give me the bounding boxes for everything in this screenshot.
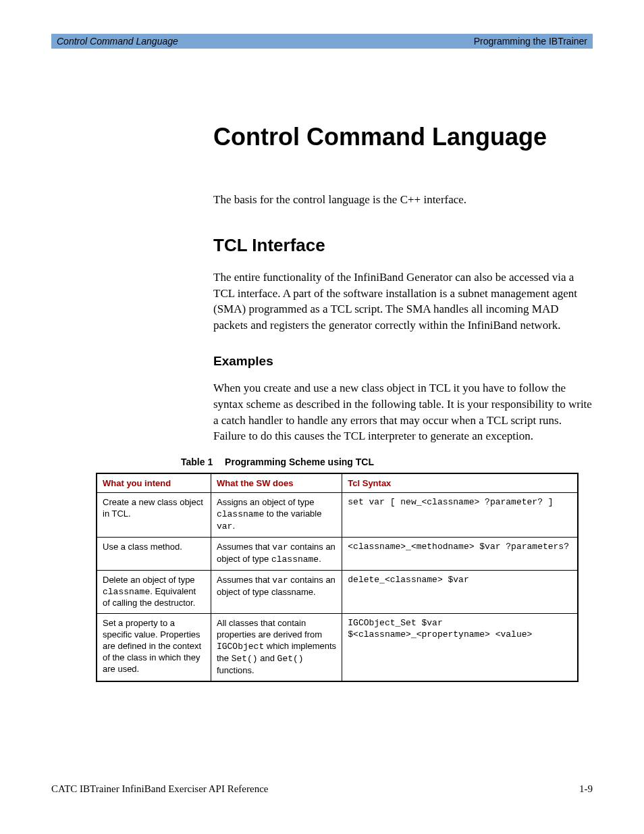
subsection-paragraph-examples: When you create and use a new class obje…	[51, 380, 593, 444]
table-header-cell: What you intend	[97, 473, 211, 493]
table-row: Set a property to a specific value. Prop…	[97, 614, 578, 681]
table-row: Use a class method. Assumes that var con…	[97, 537, 578, 570]
table-label: Table 1	[181, 457, 213, 467]
page-header-bar: Control Command Language Programming the…	[51, 34, 593, 49]
table-row: Create a new class object in TCL. Assign…	[97, 493, 578, 538]
page-title: Control Command Language	[51, 123, 593, 151]
footer-left: CATC IBTrainer InfiniBand Exerciser API …	[51, 783, 268, 795]
document-page: Control Command Language Programming the…	[0, 0, 644, 829]
table-cell-syntax: delete_<classname> $var	[342, 570, 578, 614]
intro-paragraph: The basis for the control language is th…	[51, 192, 593, 208]
table-caption: Table 1 Programming Scheme using TCL	[51, 457, 593, 467]
table-cell: Use a class method.	[97, 537, 211, 570]
page-footer: CATC IBTrainer InfiniBand Exerciser API …	[51, 783, 593, 795]
header-left: Control Command Language	[57, 36, 178, 47]
subsection-heading-examples: Examples	[51, 354, 593, 369]
table-cell: Delete an object of type classname. Equi…	[97, 570, 211, 614]
table-body: Create a new class object in TCL. Assign…	[97, 493, 578, 681]
footer-right: 1-9	[579, 783, 593, 795]
table-row: Delete an object of type classname. Equi…	[97, 570, 578, 614]
table-cell: Create a new class object in TCL.	[97, 493, 211, 538]
table-header-cell: Tcl Syntax	[342, 473, 578, 493]
header-right: Programming the IBTrainer	[474, 36, 587, 47]
table-cell: Assigns an object of type classname to t…	[211, 493, 342, 538]
table-cell-syntax: IGCObject_Set $var $<classname>_<propert…	[342, 614, 578, 681]
table-header-row: What you intend What the SW does Tcl Syn…	[97, 473, 578, 493]
table-cell-syntax: <classname>_<methodname> $var ?parameter…	[342, 537, 578, 570]
table-cell: Set a property to a specific value. Prop…	[97, 614, 211, 681]
section-paragraph-tcl: The entire functionality of the InfiniBa…	[51, 269, 593, 334]
section-heading-tcl: TCL Interface	[51, 235, 593, 256]
table-caption-text: Programming Scheme using TCL	[225, 457, 374, 467]
programming-scheme-table: What you intend What the SW does Tcl Syn…	[96, 473, 579, 682]
table-cell-syntax: set var [ new_<classname> ?parameter? ]	[342, 493, 578, 538]
table-cell: Assumes that var contains an object of t…	[211, 570, 342, 614]
table-header-cell: What the SW does	[211, 473, 342, 493]
table-cell: All classes that contain properties are …	[211, 614, 342, 681]
table-cell: Assumes that var contains an object of t…	[211, 537, 342, 570]
